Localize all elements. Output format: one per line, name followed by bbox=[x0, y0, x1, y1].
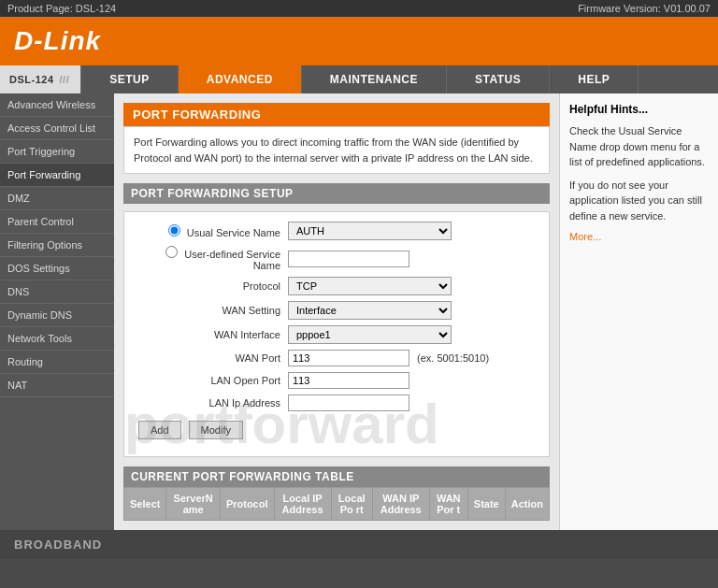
lan-open-port-row: LAN Open Port bbox=[138, 372, 535, 389]
radio-user-defined[interactable] bbox=[165, 246, 178, 258]
tab-status[interactable]: STATUS bbox=[447, 65, 550, 93]
help-text-2: If you do not see your application liste… bbox=[569, 178, 709, 224]
tab-setup[interactable]: SETUP bbox=[81, 65, 179, 93]
sidebar-item-parent-control[interactable]: Parent Control bbox=[0, 210, 114, 234]
lan-open-port-label: LAN Open Port bbox=[138, 375, 288, 386]
header: D-Link bbox=[0, 17, 718, 65]
description-box: Port Forwarding allows you to direct inc… bbox=[123, 126, 550, 174]
wan-port-input[interactable] bbox=[288, 350, 409, 366]
col-local-ip: Local IP Address bbox=[274, 488, 331, 521]
main-layout: Advanced Wireless Access Control List Po… bbox=[0, 93, 718, 530]
help-panel: Helpful Hints... Check the Usual Service… bbox=[559, 93, 718, 530]
col-wan-ip: WAN IP Address bbox=[372, 488, 429, 521]
col-protocol: Protocol bbox=[220, 488, 274, 521]
tab-dsl[interactable]: DSL-124 /// bbox=[0, 65, 81, 93]
col-wan-port: WAN Por t bbox=[429, 488, 467, 521]
wan-setting-label: WAN Setting bbox=[138, 305, 288, 316]
sidebar-item-access-control[interactable]: Access Control List bbox=[0, 117, 114, 140]
sidebar-item-network-tools[interactable]: Network Tools bbox=[0, 327, 114, 351]
col-state: State bbox=[467, 488, 505, 521]
sidebar-item-filtering[interactable]: Filtering Options bbox=[0, 234, 114, 257]
sidebar-item-advanced-wireless[interactable]: Advanced Wireless bbox=[0, 93, 114, 117]
wan-interface-row: WAN Interface pppoe1 pppoe2 bbox=[138, 325, 535, 344]
sidebar: Advanced Wireless Access Control List Po… bbox=[0, 93, 114, 530]
protocol-select[interactable]: TCP UDP TCP/UDP bbox=[288, 277, 452, 295]
lan-open-port-input[interactable] bbox=[288, 372, 409, 389]
help-text-1: Check the Usual Service Name drop down m… bbox=[569, 123, 709, 170]
port-forwarding-table: Select ServerN ame Protocol Local IP Add… bbox=[123, 487, 550, 521]
product-label: Product Page: DSL-124 bbox=[7, 3, 116, 14]
modify-button[interactable]: Modify bbox=[189, 421, 243, 439]
radio-user-row: User-defined Service Name bbox=[138, 246, 535, 271]
sidebar-item-dynamic-dns[interactable]: Dynamic DNS bbox=[0, 304, 114, 327]
user-defined-input[interactable] bbox=[288, 251, 409, 267]
wan-setting-row: WAN Setting Interface bbox=[138, 301, 535, 320]
wan-setting-select[interactable]: Interface bbox=[288, 301, 452, 320]
wan-port-row: WAN Port (ex. 5001:5010) bbox=[138, 350, 535, 366]
sidebar-item-dns[interactable]: DNS bbox=[0, 280, 114, 304]
logo: D-Link bbox=[14, 26, 101, 56]
footer-label: BROADBAND bbox=[14, 538, 102, 552]
protocol-label: Protocol bbox=[138, 280, 288, 292]
form-area: portforward Usual Service Name AUTH FTP … bbox=[123, 211, 550, 457]
sidebar-item-dmz[interactable]: DMZ bbox=[0, 187, 114, 210]
lan-ip-label: LAN Ip Address bbox=[138, 397, 288, 409]
sidebar-item-nat[interactable]: NAT bbox=[0, 374, 114, 397]
wan-interface-label: WAN Interface bbox=[138, 329, 288, 340]
wan-port-hint: (ex. 5001:5010) bbox=[417, 352, 489, 364]
col-select: Select bbox=[124, 488, 166, 521]
radio-usual-label: Usual Service Name bbox=[187, 227, 280, 238]
slash-divider: /// bbox=[60, 74, 70, 85]
tab-maintenance[interactable]: MAINTENANCE bbox=[302, 65, 447, 93]
radio-usual[interactable] bbox=[168, 224, 180, 237]
wan-port-label: WAN Port bbox=[138, 352, 288, 364]
col-servername: ServerN ame bbox=[166, 488, 220, 521]
sidebar-item-port-triggering[interactable]: Port Triggering bbox=[0, 140, 114, 164]
nav-tabs: DSL-124 /// SETUP ADVANCED MAINTENANCE S… bbox=[0, 65, 718, 93]
help-title: Helpful Hints... bbox=[569, 103, 709, 116]
wan-interface-select[interactable]: pppoe1 pppoe2 bbox=[288, 325, 452, 344]
table-section-title: CURRENT PORT FORWARDING TABLE bbox=[123, 466, 550, 487]
top-bar: Product Page: DSL-124 Firmware Version: … bbox=[0, 0, 718, 17]
sidebar-item-port-forwarding[interactable]: Port Forwarding bbox=[0, 164, 114, 187]
lan-ip-row: LAN Ip Address bbox=[138, 394, 535, 411]
add-button[interactable]: Add bbox=[138, 421, 181, 439]
lan-ip-input[interactable] bbox=[288, 394, 409, 411]
dsl-label: DSL-124 bbox=[9, 74, 54, 85]
usual-service-select[interactable]: AUTH FTP HTTP HTTPS DNS bbox=[288, 222, 452, 240]
tab-advanced[interactable]: ADVANCED bbox=[179, 65, 302, 93]
sidebar-item-routing[interactable]: Routing bbox=[0, 351, 114, 374]
radio-user-defined-label: User-defined Service Name bbox=[184, 249, 280, 271]
more-link[interactable]: More... bbox=[569, 231, 709, 242]
sidebar-item-dos[interactable]: DOS Settings bbox=[0, 257, 114, 280]
radio-usual-row: Usual Service Name AUTH FTP HTTP HTTPS D… bbox=[138, 222, 535, 240]
tab-help[interactable]: HELP bbox=[550, 65, 639, 93]
col-action: Action bbox=[505, 488, 549, 521]
col-local-port: Local Po rt bbox=[331, 488, 372, 521]
footer: BROADBAND bbox=[0, 530, 718, 559]
protocol-row: Protocol TCP UDP TCP/UDP bbox=[138, 277, 535, 295]
content-area: PORT FORWARDING Port Forwarding allows y… bbox=[114, 93, 559, 530]
firmware-label: Firmware Version: V01.00.07 bbox=[578, 3, 711, 14]
section-title: PORT FORWARDING bbox=[123, 103, 550, 126]
button-row: Add Modify bbox=[138, 421, 535, 439]
setup-section-title: PORT FORWARDING SETUP bbox=[123, 183, 550, 204]
